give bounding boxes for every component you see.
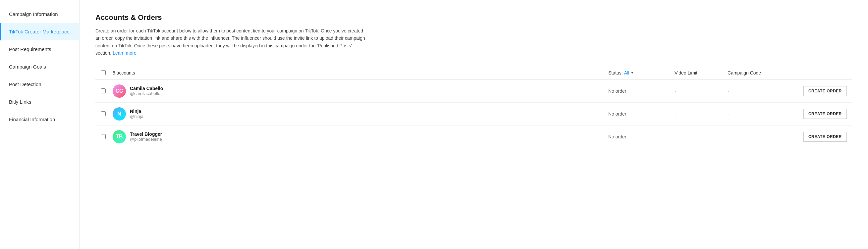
video-limit-col-header: Video Limit [675,70,727,75]
account-info-0: Camila Cabello @camilacabello [130,86,163,96]
account-name-2: Travel Blogger [130,131,162,137]
select-all-checkbox[interactable] [101,70,106,75]
order-status-0: No order [608,88,626,94]
sidebar-item-financial-information[interactable]: Financial Information [0,111,79,128]
order-status-2: No order [608,134,626,139]
row-checkbox-col-0 [101,88,113,93]
sidebar-item-bitly-links[interactable]: Bitly Links [0,93,79,111]
order-status-1: No order [608,111,626,117]
video-limit-cell-1: - [675,111,727,117]
page-title: Accounts & Orders [95,13,852,22]
select-all-checkbox-col [101,70,113,75]
create-order-button-2[interactable]: CREATE ORDER [803,132,847,142]
chevron-down-icon: ▼ [630,71,634,74]
avatar-0: CC [113,85,126,98]
row-checkbox-col-2 [101,134,113,139]
video-limit-cell-2: - [675,134,727,139]
account-info-2: Travel Blogger @pilotmadeleine [130,131,162,142]
sidebar-item-campaign-goals[interactable]: Campaign Goals [0,58,79,75]
sidebar-item-post-detection[interactable]: Post Detection [0,75,79,93]
account-cell-2: TB Travel Blogger @pilotmadeleine [113,130,608,144]
account-handle-2: @pilotmadeleine [130,137,162,142]
create-order-button-0[interactable]: CREATE ORDER [803,86,847,96]
sidebar-item-tiktok-creator-marketplace[interactable]: TikTok Creator Marketplace [0,23,79,40]
sidebar-item-campaign-information[interactable]: Campaign Information [0,5,79,23]
account-handle-1: @ninja [130,114,144,119]
account-info-1: Ninja @ninja [130,108,144,119]
status-cell-2: No order [608,134,675,139]
status-label: Status: [608,70,623,75]
campaign-code-cell-0: - [727,88,794,94]
campaign-code-cell-1: - [727,111,794,117]
sidebar-item-post-requirements[interactable]: Post Requirements [0,40,79,58]
row-checkbox-0[interactable] [101,88,106,93]
table-row: TB Travel Blogger @pilotmadeleine No ord… [95,125,852,148]
action-cell-0: CREATE ORDER [794,86,847,96]
table-row: CC Camila Cabello @camilacabello No orde… [95,80,852,103]
video-limit-cell-0: - [675,88,727,94]
status-filter-col[interactable]: Status: All ▼ [608,70,675,75]
create-order-button-1[interactable]: CREATE ORDER [803,109,847,119]
row-checkbox-col-1 [101,111,113,116]
account-name-1: Ninja [130,108,144,114]
accounts-count-label: 5 accounts [113,70,608,75]
status-filter-dropdown[interactable]: All ▼ [624,70,634,75]
row-checkbox-2[interactable] [101,134,106,139]
status-cell-0: No order [608,88,675,94]
campaign-code-cell-2: - [727,134,794,139]
status-filter-value: All [624,70,629,75]
learn-more-link[interactable]: Learn more. [113,50,137,56]
row-checkbox-1[interactable] [101,111,106,116]
account-handle-0: @camilacabello [130,91,163,96]
account-cell-0: CC Camila Cabello @camilacabello [113,85,608,98]
main-content: Accounts & Orders Create an order for ea… [80,0,868,249]
table-body: CC Camila Cabello @camilacabello No orde… [95,80,852,148]
avatar-1: N [113,107,126,121]
action-cell-2: CREATE ORDER [794,132,847,142]
avatar-2: TB [113,130,126,144]
sidebar: Campaign Information TikTok Creator Mark… [0,0,80,249]
table-row: N Ninja @ninja No order - - CREATE ORDER [95,103,852,125]
action-cell-1: CREATE ORDER [794,109,847,119]
status-cell-1: No order [608,111,675,117]
table-header: 5 accounts Status: All ▼ Video Limit Cam… [95,66,852,80]
campaign-code-col-header: Campaign Code [727,70,794,75]
description-text: Create an order for each TikTok account … [95,27,367,57]
account-name-0: Camila Cabello [130,86,163,91]
account-cell-1: N Ninja @ninja [113,107,608,121]
